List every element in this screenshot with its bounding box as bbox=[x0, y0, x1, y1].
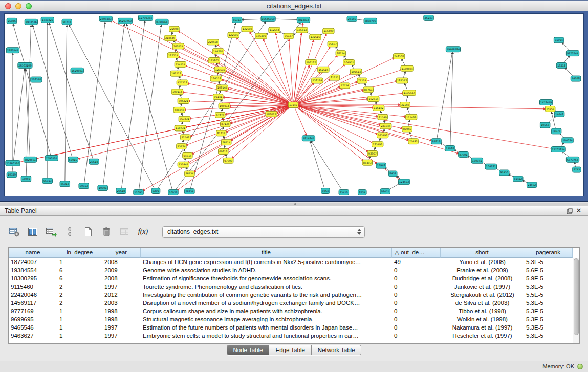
window-titlebar[interactable]: citations_edges.txt bbox=[0, 0, 588, 11]
network-node[interactable]: 160124 bbox=[172, 43, 184, 49]
network-node[interactable]: 59013 bbox=[79, 183, 89, 189]
network-node[interactable]: 104951 bbox=[343, 59, 355, 65]
network-node[interactable]: 15958 bbox=[545, 106, 555, 112]
network-node[interactable]: 115469 bbox=[405, 114, 417, 120]
network-node[interactable]: 116142 bbox=[373, 105, 384, 111]
scrollbar-thumb[interactable] bbox=[574, 258, 579, 335]
network-node[interactable]: 1740325 bbox=[41, 17, 54, 23]
network-node[interactable]: 2529501 bbox=[71, 68, 83, 73]
network-node[interactable]: 10501 bbox=[98, 185, 107, 191]
network-node[interactable]: 94316 bbox=[183, 152, 192, 158]
network-node[interactable]: 22608 bbox=[169, 26, 179, 32]
network-node[interactable]: 1914845 bbox=[302, 136, 315, 141]
column-header-name[interactable]: name bbox=[9, 248, 57, 258]
network-node[interactable]: 28145 bbox=[347, 16, 357, 21]
network-node[interactable]: 124653 bbox=[398, 179, 409, 185]
network-node[interactable]: 10553 bbox=[540, 122, 550, 128]
network-node[interactable]: 93967 bbox=[367, 150, 377, 156]
table-row[interactable]: 1830029562008Estimation of significance … bbox=[9, 274, 579, 282]
table-settings-icon[interactable] bbox=[7, 225, 21, 239]
network-node[interactable]: 748508 bbox=[393, 54, 404, 59]
network-node[interactable]: 91549 bbox=[378, 114, 387, 120]
network-node[interactable]: 3858706 bbox=[364, 18, 377, 24]
network-node[interactable]: 127514 bbox=[167, 53, 179, 58]
network-node[interactable]: 8380764 bbox=[156, 19, 168, 25]
network-node[interactable]: 8829561 bbox=[24, 157, 36, 162]
network-node[interactable]: 69313 bbox=[219, 149, 228, 155]
float-panel-icon[interactable] bbox=[565, 206, 574, 215]
network-node[interactable]: 25086 bbox=[7, 18, 16, 24]
table-row[interactable]: 977716911998Corpus callosum shape and si… bbox=[9, 307, 579, 315]
new-file-icon[interactable] bbox=[81, 225, 95, 239]
network-node[interactable]: 8452 bbox=[388, 171, 397, 177]
network-node[interactable]: 14643 bbox=[554, 111, 564, 117]
column-chooser-icon[interactable] bbox=[26, 225, 39, 239]
network-node[interactable]: 1189504 bbox=[401, 65, 413, 71]
network-node[interactable]: 1106427 bbox=[403, 90, 416, 96]
network-node[interactable]: 221046 bbox=[380, 123, 391, 129]
network-node[interactable]: 112544 bbox=[269, 27, 280, 33]
close-window-button[interactable] bbox=[5, 3, 11, 9]
network-node[interactable]: 55723 bbox=[232, 17, 242, 23]
network-node[interactable]: 127519 bbox=[214, 67, 226, 72]
network-node[interactable]: 135493 bbox=[372, 142, 383, 147]
network-node[interactable]: 97099 bbox=[223, 158, 233, 163]
network-node[interactable]: 150942 bbox=[471, 158, 483, 163]
network-node[interactable]: 118731 bbox=[175, 125, 186, 131]
network-node[interactable]: 115409 bbox=[323, 28, 334, 34]
network-node[interactable]: 8903516 bbox=[25, 19, 37, 25]
network-node[interactable]: 13219 bbox=[556, 62, 566, 68]
network-node[interactable]: 109514 bbox=[351, 69, 362, 74]
table-row[interactable]: 1456911722003Disruption of a novel membe… bbox=[9, 299, 579, 307]
table-row[interactable]: 1872400712008Changes of HCN gene express… bbox=[9, 258, 579, 266]
network-node[interactable]: 104914 bbox=[219, 103, 230, 109]
network-node[interactable]: 196137 bbox=[306, 59, 317, 65]
network-node[interactable]: 97871 bbox=[215, 112, 225, 118]
network-node[interactable]: 109145 bbox=[216, 85, 228, 91]
network-node[interactable]: 76254 bbox=[185, 189, 194, 194]
function-builder-icon[interactable]: f(x) bbox=[136, 225, 150, 239]
network-node[interactable]: 144205 bbox=[212, 49, 224, 54]
network-node[interactable]: 20618 bbox=[116, 188, 126, 194]
network-node[interactable]: 85493 bbox=[362, 160, 372, 165]
column-header-short[interactable]: short bbox=[441, 248, 524, 258]
table-row[interactable]: 2242004622012Investigating the contribut… bbox=[9, 291, 579, 299]
network-node[interactable]: 75134 bbox=[177, 144, 186, 149]
network-node[interactable]: 85751 bbox=[363, 87, 373, 93]
tab-node-table[interactable]: Node Table bbox=[227, 345, 270, 355]
network-node[interactable]: 162615 bbox=[318, 67, 329, 72]
network-node[interactable]: 109114 bbox=[171, 89, 183, 95]
network-node[interactable]: 1453419 bbox=[540, 100, 553, 105]
column-header-title[interactable]: title bbox=[141, 248, 392, 258]
network-node[interactable]: 19466794 bbox=[446, 47, 460, 52]
network-node[interactable]: 20518 bbox=[89, 159, 99, 164]
network-node[interactable]: 14268 bbox=[571, 76, 580, 81]
network-node[interactable]: 12095 bbox=[134, 190, 143, 195]
network-node[interactable]: 165493 bbox=[377, 133, 388, 138]
network-node[interactable]: 8813014 bbox=[297, 17, 310, 23]
network-node[interactable]: 87134 bbox=[221, 121, 230, 127]
network-node[interactable]: 72542 bbox=[181, 135, 190, 140]
network-node[interactable]: 99141 bbox=[213, 94, 223, 100]
network-node[interactable]: 76114 bbox=[222, 140, 231, 145]
network-node[interactable]: 7745 bbox=[573, 167, 581, 172]
column-header-in_degree[interactable]: in_degree bbox=[57, 248, 102, 258]
network-node[interactable]: 158124 bbox=[312, 78, 323, 83]
network-node[interactable]: 26243 bbox=[424, 15, 433, 20]
network-node[interactable]: 17249 bbox=[288, 102, 298, 108]
zoom-window-button[interactable] bbox=[26, 3, 32, 9]
network-node[interactable]: 16203760 bbox=[118, 18, 133, 24]
table-row[interactable]: 946554611997Estimation of the future num… bbox=[9, 323, 579, 332]
table-row[interactable]: 969969511998Structural magnetic resonanc… bbox=[9, 315, 579, 323]
network-node[interactable]: 89965 bbox=[402, 126, 412, 132]
network-node[interactable]: 166409 bbox=[255, 33, 267, 39]
network-node[interactable]: 15059 bbox=[21, 176, 31, 182]
network-node[interactable]: 59015 bbox=[68, 157, 78, 162]
network-node[interactable]: 7590501 bbox=[45, 155, 58, 161]
network-node[interactable]: 9364 bbox=[321, 188, 330, 194]
table-edit-icon[interactable] bbox=[44, 225, 58, 239]
network-node[interactable]: 17088 bbox=[445, 146, 455, 151]
network-node[interactable]: 25410 bbox=[339, 190, 349, 195]
network-node[interactable]: 95013 bbox=[42, 178, 52, 184]
network-node[interactable]: 95652 bbox=[328, 41, 337, 47]
